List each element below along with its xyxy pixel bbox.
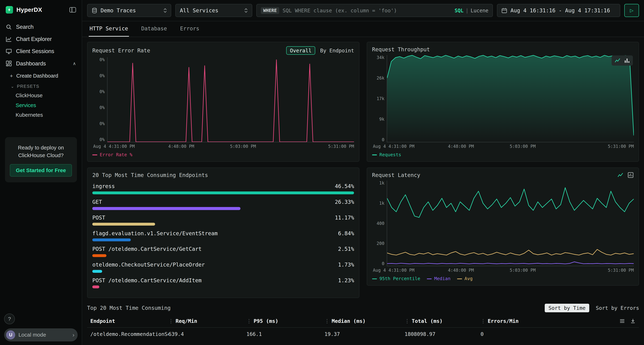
plot-area[interactable] — [387, 55, 634, 142]
sidebar-item-kubernetes[interactable]: Kubernetes — [0, 110, 82, 120]
collapse-sidebar-icon[interactable] — [70, 7, 76, 12]
presets-label: PRESETS — [17, 84, 39, 89]
legend-item[interactable]: Error Rate % — [92, 152, 132, 157]
latency-chart: 1k1k4002000 Aug 4 4:31:00 PM4:48:00 PM5:… — [372, 181, 634, 281]
chart-explorer-icon — [6, 36, 12, 42]
card-title: Request Error Rate — [92, 47, 150, 54]
table-header: Endpoint⋮Req/Min⋮P95 (ms)⋮Median (ms)⋮To… — [87, 316, 639, 327]
sidebar-item-chart-explorer[interactable]: Chart Explorer — [0, 33, 82, 45]
endpoint-label: ingress — [92, 183, 115, 189]
endpoint-item[interactable]: oteldemo.CheckoutService/PlaceOrder1.73% — [92, 262, 354, 273]
endpoint-bar — [92, 270, 102, 273]
line-chart-icon[interactable] — [614, 57, 620, 63]
presets-section-toggle[interactable]: ⌄ PRESETS — [0, 81, 82, 91]
y-tick: 0% — [100, 89, 105, 94]
source-select-value: Demo Traces — [100, 7, 136, 13]
sql-mode-button[interactable]: SQL — [454, 8, 464, 13]
y-tick: 0% — [100, 137, 105, 142]
where-clause-input[interactable]: WHERE SQL WHERE clause (ex. column = 'fo… — [256, 4, 493, 17]
plot-area[interactable] — [107, 57, 354, 142]
table-row[interactable]: /oteldemo.RecommendationServ639.4166.119… — [87, 327, 639, 340]
endpoint-item[interactable]: POST11.17% — [92, 215, 354, 226]
legend-item[interactable]: Avg — [457, 276, 472, 281]
x-axis: Aug 4 4:31:00 PM4:48:00 PM5:03:00 PM5:31… — [107, 144, 354, 150]
get-started-button[interactable]: Get Started for Free — [10, 164, 72, 177]
chevron-up-icon[interactable]: ∧ — [73, 61, 76, 66]
endpoint-item[interactable]: POST /oteldemo.CartService/GetCart2.51% — [92, 246, 354, 257]
endpoint-item[interactable]: ingress46.54% — [92, 183, 354, 194]
database-icon — [92, 8, 97, 13]
lucene-mode-button[interactable]: Lucene — [471, 8, 488, 13]
sidebar-item-client-sessions[interactable]: Client Sessions — [0, 45, 82, 57]
calendar-icon — [502, 8, 507, 13]
rows-icon[interactable] — [619, 318, 625, 324]
sidebar-item-clickhouse[interactable]: ClickHouse — [0, 91, 82, 100]
endpoint-item[interactable]: GET26.33% — [92, 199, 354, 210]
clickhouse-cloud-promo: Ready to deploy on ClickHouse Cloud? Get… — [5, 137, 77, 182]
drag-handle-icon: ⋮ — [246, 318, 252, 324]
plot-area[interactable] — [387, 181, 634, 266]
endpoint-item[interactable]: POST /oteldemo.CartService/AddItem1.23% — [92, 277, 354, 289]
tab-errors[interactable]: Errors — [179, 21, 200, 36]
endpoint-percent: 26.33% — [335, 199, 354, 205]
legend: Requests — [372, 152, 634, 157]
column-header[interactable]: ⋮P95 (ms) — [246, 318, 324, 324]
service-select[interactable]: All Services — [175, 4, 252, 17]
date-range-picker[interactable]: Aug 4 16:31:16 - Aug 4 17:31:16 — [497, 4, 620, 17]
help-button[interactable]: ? — [4, 314, 15, 324]
top-time-consuming-section: Top 20 Most Time Consuming Sort by Time … — [87, 304, 639, 340]
y-tick: 400 — [376, 221, 384, 226]
column-header[interactable]: ⋮Errors/Min — [480, 318, 619, 324]
tab-bar: HTTP Service Database Errors — [82, 21, 644, 37]
x-tick: 5:31:00 PM — [608, 268, 634, 273]
tab-http-service[interactable]: HTTP Service — [89, 21, 129, 36]
y-tick: 0 — [382, 137, 384, 142]
download-icon[interactable] — [630, 318, 636, 324]
sidebar-bottom: ? U Local mode › — [4, 314, 78, 342]
sidebar-item-search[interactable]: Search — [0, 21, 82, 33]
sort-by-errors-button[interactable]: Sort by Errors — [596, 305, 639, 311]
service-select-value: All Services — [180, 7, 218, 13]
run-query-button[interactable]: ▷ — [624, 4, 639, 17]
bar-chart-icon[interactable] — [624, 57, 630, 63]
column-header[interactable]: ⋮Total (ms) — [404, 318, 480, 324]
table-cell: 0 — [480, 331, 636, 337]
line-chart-icon[interactable] — [617, 172, 624, 178]
endpoint-bar — [92, 191, 354, 194]
y-tick: 26k — [376, 76, 384, 81]
sidebar-item-services[interactable]: Services — [0, 100, 82, 110]
latency-card-icons — [617, 172, 634, 178]
histogram-icon[interactable] — [628, 172, 634, 178]
column-header[interactable]: Endpoint — [90, 318, 168, 324]
dashboard-content: Request Error Rate Overall By Endpoint 0… — [82, 37, 644, 345]
x-tick: 5:31:00 PM — [608, 144, 634, 149]
legend-item[interactable]: Median — [427, 276, 450, 281]
request-latency-card: Request Latency — [367, 167, 639, 286]
tab-database[interactable]: Database — [140, 21, 168, 36]
table-cell: /oteldemo.RecommendationServ — [90, 331, 168, 337]
create-dashboard-button[interactable]: + Create Dashboard — [0, 70, 82, 81]
column-header[interactable]: ⋮Req/Min — [168, 318, 246, 324]
y-tick: 0 — [382, 261, 384, 266]
sort-by-time-button[interactable]: Sort by Time — [545, 304, 589, 312]
drag-handle-icon: ⋮ — [404, 318, 410, 324]
column-header[interactable]: ⋮Median (ms) — [324, 318, 405, 324]
language-separator: | — [466, 8, 469, 13]
endpoint-percent: 46.54% — [335, 183, 354, 189]
legend-item[interactable]: Requests — [372, 152, 401, 157]
user-menu[interactable]: U Local mode › — [4, 328, 78, 342]
endpoint-percent: 11.17% — [335, 215, 354, 221]
by-endpoint-toggle-button[interactable]: By Endpoint — [320, 47, 354, 54]
chevron-down-icon: ⌄ — [11, 84, 14, 89]
y-tick: 1k — [379, 201, 384, 206]
table-cell: 639.4 — [168, 331, 246, 337]
where-badge: WHERE — [261, 7, 280, 14]
table-cell: 1808098.97 — [404, 331, 480, 337]
table-header-icons — [619, 318, 636, 324]
sidebar-item-dashboards[interactable]: Dashboards ∧ — [0, 57, 82, 69]
monitor-icon — [6, 48, 12, 54]
overall-toggle-button[interactable]: Overall — [286, 46, 315, 55]
legend-item[interactable]: 95th Percentile — [372, 276, 420, 281]
endpoint-item[interactable]: flagd.evaluation.v1.Service/EventStream6… — [92, 230, 354, 242]
source-select[interactable]: Demo Traces — [87, 4, 172, 17]
